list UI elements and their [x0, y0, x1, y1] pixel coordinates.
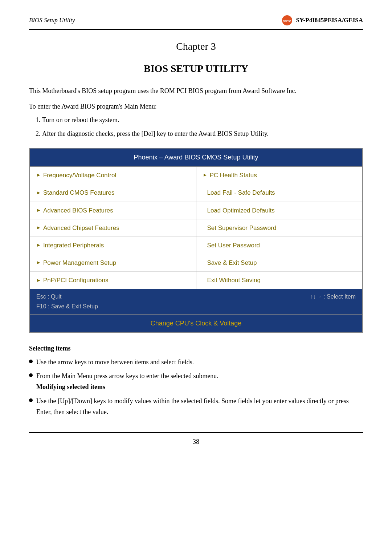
arrow-icon-2: ► [36, 207, 41, 214]
bios-select-item: ↑↓→ : Select Item [310, 292, 356, 301]
bios-esc-quit: Esc : Quit [36, 292, 98, 301]
intro-paragraph-1: This Motherboard's BIOS setup program us… [29, 86, 363, 97]
bullet-dot-icon-1 [29, 373, 33, 377]
page-number: 38 [193, 438, 199, 445]
section-title: BIOS SETUP UTILITY [29, 61, 363, 77]
steps-intro: To enter the Award BIOS program's Main M… [29, 101, 363, 112]
selecting-heading: Selecting items [29, 343, 363, 354]
bios-right-item-5[interactable]: Save & Exit Setup [196, 254, 363, 272]
arrow-icon-4: ► [36, 242, 41, 249]
bios-table-body: ► Frequency/Voltage Control ► Standard C… [30, 166, 362, 289]
bios-f10-save: F10 : Save & Exit Setup [36, 302, 98, 311]
bios-right-item-0[interactable]: ► PC Health Status [196, 167, 363, 184]
arrow-icon-0: ► [36, 171, 41, 179]
bullet-dot-icon [29, 360, 33, 363]
header-right: SOYO SY-P4I845PEISA/GEISA [281, 15, 363, 26]
bios-footer: Esc : Quit F10 : Save & Exit Setup ↑↓→ :… [30, 289, 362, 314]
selecting-bullets: Use the arrow keys to move between items… [29, 357, 363, 392]
bios-table: Phoenix – Award BIOS CMOS Setup Utility … [29, 148, 363, 333]
page-footer: 38 [29, 432, 363, 447]
bios-footer-right: ↑↓→ : Select Item [310, 292, 356, 301]
bios-right-column: ► PC Health Status Load Fail - Safe Defa… [196, 167, 363, 289]
header-left-text: BIOS Setup Utility [29, 15, 75, 25]
chapter-title: Chapter 3 [29, 39, 363, 55]
bios-left-item-0[interactable]: ► Frequency/Voltage Control [30, 167, 196, 184]
bios-left-item-4[interactable]: ► Integrated Peripherals [30, 237, 196, 254]
bios-right-item-1[interactable]: Load Fail - Safe Defaults [196, 184, 363, 202]
bios-bottom-bar: Change CPU's Clock & Voltage [30, 314, 362, 332]
bios-table-header: Phoenix – Award BIOS CMOS Setup Utility [30, 149, 362, 166]
arrow-icon-6: ► [36, 277, 41, 284]
arrow-icon-3: ► [36, 224, 41, 232]
bios-right-item-3[interactable]: Set Supervisor Password [196, 219, 363, 237]
modifying-bullets: Use the [Up]/[Down] keys to modify value… [29, 396, 363, 417]
bios-left-item-3[interactable]: ► Advanced Chipset Features [30, 219, 196, 237]
bios-left-item-6[interactable]: ► PnP/PCI Configurations [30, 272, 196, 289]
page-header: BIOS Setup Utility SOYO SY-P4I845PEISA/G… [29, 15, 363, 30]
bios-footer-left: Esc : Quit F10 : Save & Exit Setup [36, 292, 98, 311]
steps-list: Turn on or reboot the system. After the … [42, 115, 363, 139]
bios-right-item-2[interactable]: Load Optimized Defaults [196, 202, 363, 219]
svg-text:SOYO: SOYO [283, 20, 291, 23]
header-product-name: SY-P4I845PEISA/GEISA [296, 15, 363, 25]
step-2: After the diagnostic checks, press the [… [42, 129, 363, 139]
soyo-logo-icon: SOYO [281, 15, 293, 26]
modifying-heading: Modifying selected items [36, 383, 105, 390]
arrow-icon-r0: ► [203, 171, 208, 179]
bios-right-item-4[interactable]: Set User Password [196, 237, 363, 254]
bios-right-item-6[interactable]: Exit Without Saving [196, 272, 363, 289]
modifying-bullet-0: Use the [Up]/[Down] keys to modify value… [29, 396, 363, 417]
selecting-bullet-0: Use the arrow keys to move between items… [29, 357, 363, 368]
selecting-bullet-1: From the Main Menu press arrow keys to e… [29, 371, 363, 392]
bios-left-item-1[interactable]: ► Standard CMOS Features [30, 184, 196, 202]
arrow-icon-1: ► [36, 189, 41, 197]
arrow-icon-5: ► [36, 259, 41, 267]
bullet-dot-icon-2 [29, 398, 33, 402]
bios-left-item-5[interactable]: ► Power Management Setup [30, 254, 196, 272]
bios-left-item-2[interactable]: ► Advanced BIOS Features [30, 202, 196, 219]
step-1: Turn on or reboot the system. [42, 115, 363, 126]
bios-left-column: ► Frequency/Voltage Control ► Standard C… [30, 167, 196, 289]
